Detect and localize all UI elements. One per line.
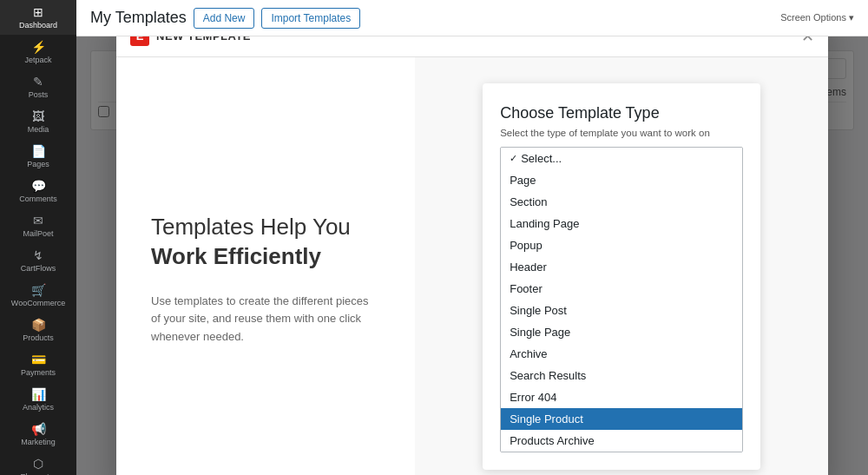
sidebar-item-media[interactable]: 🖼 Media xyxy=(0,104,76,139)
marketing-icon: 📢 xyxy=(31,422,46,436)
payments-icon: 💳 xyxy=(31,353,46,366)
dashboard-icon: ⊞ xyxy=(33,5,43,19)
screen-options[interactable]: Screen Options ▾ xyxy=(780,12,854,23)
dropdown-item-footer[interactable]: Footer xyxy=(501,278,742,300)
dropdown-item-section[interactable]: Section xyxy=(501,191,742,213)
sidebar-item-dashboard[interactable]: ⊞ Dashboard xyxy=(0,0,76,35)
sidebar-item-label: WooCommerce xyxy=(11,299,65,307)
sidebar-item-label: Comments xyxy=(19,195,57,203)
dropdown-item-single-page[interactable]: Single Page xyxy=(501,321,742,343)
pages-icon: 📄 xyxy=(31,144,46,158)
elementor-icon: ⬡ xyxy=(33,457,43,471)
modal-heading: Templates Help You Work Efficiently xyxy=(151,213,380,272)
sidebar-item-analytics[interactable]: 📊 Analytics xyxy=(0,382,76,417)
posts-icon: ✎ xyxy=(33,75,43,89)
sidebar-item-label: Media xyxy=(28,125,49,134)
woocommerce-icon: 🛒 xyxy=(31,283,46,297)
sidebar-item-cartflows[interactable]: ↯ CartFlows xyxy=(0,243,76,278)
main-content: My Templates Add New Import Templates Sc… xyxy=(76,0,868,475)
sidebar-item-label: Pages xyxy=(27,160,49,168)
sidebar-item-label: Posts xyxy=(29,90,49,99)
sidebar-item-label: MailPoet xyxy=(23,229,53,238)
import-templates-button[interactable]: Import Templates xyxy=(261,8,360,29)
modal-title: NEW TEMPLATE xyxy=(156,36,251,43)
modal-close-button[interactable]: ✕ xyxy=(801,36,814,44)
sidebar-item-jetpack[interactable]: ⚡ Jetpack xyxy=(0,35,76,69)
modal-heading-line2: Work Efficiently xyxy=(151,242,380,272)
top-bar-left: My Templates Add New Import Templates xyxy=(90,8,360,29)
products-icon: 📦 xyxy=(31,318,46,332)
dropdown-item-products-archive[interactable]: Products Archive xyxy=(501,430,742,452)
sidebar-item-label: Payments xyxy=(21,368,56,377)
dropdown-item-popup[interactable]: Popup xyxy=(501,234,742,256)
sidebar-item-label: CartFlows xyxy=(21,264,56,273)
modal: E NEW TEMPLATE ✕ Templates Help You Work… xyxy=(116,36,828,475)
chooser-title: Choose Template Type xyxy=(500,104,743,122)
modal-header: E NEW TEMPLATE ✕ xyxy=(116,36,828,57)
sidebar-item-marketing[interactable]: 📢 Marketing xyxy=(0,417,76,452)
modal-left-panel: Templates Help You Work Efficiently Use … xyxy=(116,57,415,476)
modal-body-text: Use templates to create the different pi… xyxy=(151,293,380,346)
sidebar-item-mailpoet[interactable]: ✉ MailPoet xyxy=(0,208,76,243)
sidebar-item-label: Analytics xyxy=(23,403,54,412)
dropdown-item-page[interactable]: Page xyxy=(501,169,742,191)
page-body: 4 items Default Kit None N/eighS — Publi… xyxy=(76,36,868,475)
top-bar: My Templates Add New Import Templates Sc… xyxy=(76,0,868,36)
dropdown-wrapper: ✓ Select...PageSectionLanding PagePopupH… xyxy=(500,147,743,452)
cartflows-icon: ↯ xyxy=(33,248,43,262)
add-new-button[interactable]: Add New xyxy=(194,8,255,29)
page-title: My Templates xyxy=(90,9,187,27)
sidebar-item-payments[interactable]: 💳 Payments xyxy=(0,347,76,382)
dropdown-item-error-404[interactable]: Error 404 xyxy=(501,386,742,408)
sidebar-item-label: Dashboard xyxy=(19,21,57,30)
modal-body: Templates Help You Work Efficiently Use … xyxy=(116,57,828,476)
modal-right-panel: Choose Template Type Select the type of … xyxy=(415,57,828,476)
dropdown-item-single-product[interactable]: Single Product xyxy=(501,408,742,430)
sidebar-item-woocommerce[interactable]: 🛒 WooCommerce xyxy=(0,278,76,313)
comments-icon: 💬 xyxy=(31,179,46,193)
dropdown-item-search-results[interactable]: Search Results xyxy=(501,365,742,386)
mailpoet-icon: ✉ xyxy=(33,214,43,228)
dropdown-list: ✓ Select...PageSectionLanding PagePopupH… xyxy=(500,147,743,452)
analytics-icon: 📊 xyxy=(31,387,46,401)
sidebar-item-pages[interactable]: 📄 Pages xyxy=(0,139,76,174)
media-icon: 🖼 xyxy=(32,109,44,123)
dropdown-item-single-post[interactable]: Single Post xyxy=(501,300,742,321)
dropdown-item-archive[interactable]: Archive xyxy=(501,343,742,365)
template-chooser: Choose Template Type Select the type of … xyxy=(483,83,760,470)
dropdown-item-select[interactable]: ✓ Select... xyxy=(501,148,742,169)
sidebar-item-products[interactable]: 📦 Products xyxy=(0,313,76,347)
dropdown-item-landing-page[interactable]: Landing Page xyxy=(501,213,742,234)
sidebar: ⊞ Dashboard ⚡ Jetpack ✎ Posts 🖼 Media 📄 … xyxy=(0,0,76,475)
elementor-badge: E xyxy=(130,36,149,46)
top-bar-right: Screen Options ▾ xyxy=(780,12,854,23)
sidebar-item-posts[interactable]: ✎ Posts xyxy=(0,69,76,104)
jetpack-icon: ⚡ xyxy=(31,40,46,54)
dropdown-item-header[interactable]: Header xyxy=(501,256,742,278)
sidebar-item-label: Products xyxy=(23,333,54,342)
modal-heading-line1: Templates Help You xyxy=(151,214,351,240)
modal-overlay: E NEW TEMPLATE ✕ Templates Help You Work… xyxy=(76,36,868,475)
sidebar-item-elementor[interactable]: ⬡ Elementor xyxy=(0,452,76,475)
sidebar-item-label: Marketing xyxy=(21,438,56,446)
sidebar-item-label: Jetpack xyxy=(24,56,51,64)
chooser-desc: Select the type of template you want to … xyxy=(500,128,743,138)
sidebar-item-comments[interactable]: 💬 Comments xyxy=(0,174,76,208)
check-icon: ✓ xyxy=(510,153,517,164)
